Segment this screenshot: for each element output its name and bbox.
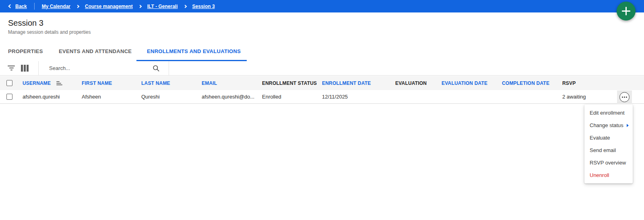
search-icon[interactable] (152, 64, 160, 74)
page-title: Session 3 (8, 19, 43, 28)
row-context-menu: Edit enrollment Change status Evaluate S… (584, 105, 633, 183)
column-header-last-name[interactable]: LAST NAME (137, 80, 198, 86)
page-subtitle: Manage session details and properties (8, 29, 91, 35)
topbar-divider (34, 3, 35, 10)
columns-icon[interactable] (21, 65, 29, 72)
breadcrumb-my-calendar[interactable]: My Calendar (42, 4, 70, 9)
row-checkbox[interactable] (6, 94, 12, 100)
chevron-right-icon (183, 4, 186, 8)
table-row: afsheen.qureshi Afsheen Qureshi afsheen.… (0, 90, 644, 104)
cell-username: afsheen.qureshi (19, 94, 78, 100)
tab-properties[interactable]: PROPERTIES (8, 48, 43, 54)
tab-bar: PROPERTIES EVENTS AND ATTENDANCE ENROLLM… (0, 43, 644, 61)
breadcrumb-course-management[interactable]: Course management (85, 4, 133, 9)
breadcrumb-ilt-generali[interactable]: ILT - Generali (147, 4, 178, 9)
select-all-checkbox[interactable] (6, 80, 12, 86)
search-input[interactable] (44, 61, 147, 75)
column-header-rsvp: RSVP (558, 80, 644, 86)
chevron-right-icon (76, 4, 79, 8)
session-page: Back My Calendar Course management ILT -… (0, 0, 644, 220)
column-header-first-name[interactable]: FIRST NAME (78, 80, 137, 86)
column-header-username[interactable]: USERNAME (19, 80, 78, 86)
submenu-arrow-icon (627, 124, 629, 127)
table-toolbar (0, 61, 644, 76)
cell-email: afsheen.qureshi@do... (198, 94, 258, 100)
menu-item-change-status[interactable]: Change status (584, 119, 633, 132)
tab-events-and-attendance[interactable]: EVENTS AND ATTENDANCE (59, 48, 132, 54)
plus-icon (625, 7, 627, 15)
breadcrumb-bar: Back My Calendar Course management ILT -… (0, 0, 644, 12)
row-actions-button[interactable] (617, 90, 632, 104)
column-header-completion-date[interactable]: COMPLETION DATE (498, 80, 558, 86)
add-button[interactable] (617, 2, 636, 21)
back-button[interactable]: Back (9, 4, 27, 9)
column-header-enrollment-date[interactable]: ENROLLMENT DATE (318, 80, 391, 86)
chevron-left-icon (8, 4, 12, 8)
menu-item-evaluate[interactable]: Evaluate (584, 132, 633, 144)
cell-enrollment-date: 12/11/2025 (318, 94, 391, 100)
sort-icon[interactable] (56, 81, 62, 85)
column-header-evaluation-date[interactable]: EVALUATION DATE (438, 80, 498, 86)
chevron-right-icon (138, 4, 142, 8)
filter-icon[interactable] (7, 66, 15, 71)
cell-enrollment-status: Enrolled (258, 94, 318, 100)
cell-last-name: Qureshi (137, 94, 198, 100)
breadcrumb: My Calendar Course management ILT - Gene… (42, 4, 215, 9)
menu-item-send-email[interactable]: Send email (584, 144, 633, 156)
column-header-email[interactable]: EMAIL (198, 80, 258, 86)
menu-item-edit-enrollment[interactable]: Edit enrollment (584, 107, 633, 119)
toolbar-divider (169, 61, 169, 76)
back-label[interactable]: Back (15, 4, 27, 9)
column-header-enrollment-status: ENROLLMENT STATUS (258, 80, 318, 86)
cell-first-name: Afsheen (78, 94, 137, 100)
column-header-evaluation: EVALUATION (391, 80, 438, 86)
tab-enrollments-and-evaluations[interactable]: ENROLLMENTS AND EVALUATIONS (147, 48, 241, 54)
table-header: USERNAME FIRST NAME LAST NAME EMAIL ENRO… (0, 76, 644, 90)
menu-item-unenroll[interactable]: Unenroll (584, 169, 633, 181)
breadcrumb-session-3[interactable]: Session 3 (192, 4, 215, 9)
menu-item-rsvp-overview[interactable]: RSVP overview (584, 156, 633, 169)
toolbar-divider (38, 61, 39, 76)
ellipsis-icon (619, 92, 630, 102)
